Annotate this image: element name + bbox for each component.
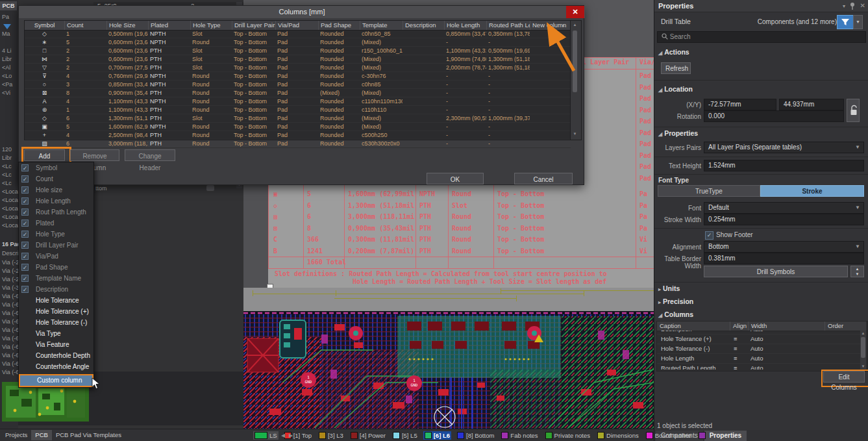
- changed-row[interactable]: ttom: [93, 184, 254, 193]
- table-row[interactable]: ⋈2 0,600mm (23,62miPTH SlotTop - Bottom …: [25, 55, 571, 64]
- via-row[interactable]: Via (-60: [0, 318, 18, 326]
- remove-column-button[interactable]: Remove Column: [70, 149, 119, 161]
- document-tab[interactable]: PCB: [31, 430, 52, 440]
- menu-item[interactable]: ✓ Custom column: [19, 374, 93, 387]
- layer-tab[interactable]: Fab notes: [500, 431, 539, 440]
- show-footer-checkbox[interactable]: ✓: [705, 231, 713, 240]
- via-row[interactable]: Via (-6r: [0, 301, 18, 309]
- list-item[interactable]: <Local: [0, 221, 18, 230]
- filter-funnel-icon[interactable]: [3, 24, 11, 29]
- align-icon[interactable]: ≡: [734, 344, 738, 353]
- layer-tab[interactable]: [5] L5: [391, 431, 419, 440]
- column-config-row[interactable]: Hole Tolerance (+) ≡ Auto: [657, 334, 861, 344]
- section-location[interactable]: ◢Location: [658, 85, 693, 93]
- section-units[interactable]: ▸Units: [658, 284, 680, 292]
- table-row[interactable]: ▣5 1,600mm (62,99miNPTH RoundTop - Botto…: [25, 123, 571, 131]
- list-item[interactable]: <Lo: [0, 72, 18, 81]
- list-item[interactable]: <Local: [0, 205, 18, 213]
- menu-item[interactable]: ✓ Via Feature: [19, 339, 93, 350]
- text-height-field[interactable]: 1.524mm: [704, 160, 864, 171]
- pcb-panel-tab[interactable]: PCB: [0, 1, 17, 10]
- columns-table-header[interactable]: Symbol Count Hole Size Plated Hole Type …: [25, 21, 571, 31]
- x-field[interactable]: -72.577mm: [704, 99, 776, 110]
- document-tab[interactable]: PCB Pad Via Templates: [52, 430, 125, 440]
- ok-button[interactable]: OK: [427, 173, 484, 184]
- menu-item[interactable]: ✓ Counterhole Angle: [19, 361, 93, 372]
- list-item[interactable]: Ma: [0, 30, 18, 38]
- layer-tab[interactable]: Board outline: [645, 431, 693, 440]
- menu-item[interactable]: ✓ Hole Tolerance (+): [19, 306, 93, 317]
- list-item[interactable]: <Lc: [0, 162, 18, 171]
- layer-tab[interactable]: [1] Top: [283, 431, 313, 440]
- dialog-close-button[interactable]: ✕: [566, 6, 584, 18]
- via-row[interactable]: Via (-62: [0, 351, 18, 360]
- list-item[interactable]: <Lc: [0, 171, 18, 179]
- align-icon[interactable]: ≡: [734, 331, 738, 334]
- filter-dropdown-button[interactable]: ▼: [853, 15, 863, 29]
- document-tab[interactable]: Projects: [1, 430, 31, 440]
- table-row[interactable]: ∗5 0,600mm (23,62miNPTH RoundTop - Botto…: [25, 38, 571, 47]
- menu-item[interactable]: ✓ Symbol: [19, 162, 93, 173]
- layers-pairs-dropdown[interactable]: All Layer Pairs (Separate tables)▼: [704, 142, 864, 153]
- cancel-button[interactable]: Cancel: [514, 173, 573, 184]
- table-row[interactable]: ◇1 0,500mm (19,69miNPTH SlotTop - Bottom…: [25, 30, 571, 38]
- align-icon[interactable]: ≡: [734, 364, 738, 370]
- list-item[interactable]: <Loca: [0, 188, 18, 196]
- list-item[interactable]: Libr: [0, 55, 18, 64]
- layer-tab[interactable]: Dimensions: [596, 431, 640, 440]
- menu-item[interactable]: ✓ Counterhole Depth: [19, 350, 93, 361]
- changed-checkbox[interactable]: [206, 185, 214, 191]
- stroke-width-field[interactable]: 0.254mm: [704, 214, 864, 225]
- via-row[interactable]: Via (-6r: [0, 292, 18, 301]
- column-config-row[interactable]: Routed Path Length ≡ Auto: [657, 364, 861, 370]
- layer-tab[interactable]: [3] L3: [317, 431, 345, 440]
- menu-item[interactable]: ✓ Description: [19, 284, 93, 295]
- via-row[interactable]: Via (-2: [0, 275, 18, 284]
- via-row[interactable]: Via (-62: [0, 360, 18, 368]
- table-row[interactable]: □2 0,600mm (23,62miPTH SlotTop - Bottom …: [25, 47, 571, 55]
- menu-item[interactable]: ✓ Hole Length: [19, 195, 93, 207]
- menu-item[interactable]: ✓ Rout Path Length: [19, 207, 93, 218]
- section-precision[interactable]: ▸Precision: [658, 297, 693, 305]
- lock-button[interactable]: [847, 99, 860, 122]
- section-properties[interactable]: ◢Properties: [658, 129, 698, 137]
- menu-item[interactable]: ✓ Via/Pad: [19, 251, 93, 262]
- align-icon[interactable]: ≡: [734, 354, 738, 363]
- menu-item[interactable]: ✓ Drill Layer Pair: [19, 240, 93, 251]
- list-item[interactable]: <Al: [0, 64, 18, 72]
- search-input[interactable]: Search: [657, 31, 866, 43]
- table-row[interactable]: ▽2 0,700mm (27,56miPTH SlotTop - Bottom …: [25, 64, 571, 72]
- truetype-option[interactable]: TrueType: [658, 185, 760, 197]
- via-row[interactable]: Via (-62: [0, 368, 18, 377]
- pcb-layout-image[interactable]: 1 GND 1 GND: [243, 311, 654, 429]
- list-item[interactable]: <Pa: [0, 81, 18, 89]
- menu-item[interactable]: ✓ Plated: [19, 218, 93, 229]
- menu-item[interactable]: ✓ Hole Tolerance: [19, 295, 93, 306]
- menu-item[interactable]: ✓ Count: [19, 173, 93, 184]
- list-item[interactable]: Pa: [0, 13, 18, 21]
- menu-item[interactable]: ✓ Template Name: [19, 273, 93, 284]
- section-actions[interactable]: ◢Actions: [658, 48, 689, 56]
- menu-item[interactable]: ✓ Hole size: [19, 184, 93, 195]
- list-item[interactable]: [0, 38, 18, 47]
- column-config-row[interactable]: Hole Length ≡ Auto: [657, 354, 861, 364]
- menu-item[interactable]: ✓ Hole Tolerance (-): [19, 317, 93, 328]
- column-config-row[interactable]: Hole Tolerance (-) ≡ Auto: [657, 344, 861, 354]
- layer-scroll-left-icon[interactable]: ◀: [280, 433, 286, 438]
- columns-config-scrollbar[interactable]: ▲ ▼: [860, 331, 866, 370]
- table-row[interactable]: ⊛1 1,100mm (43,31miPTH RoundTop - Bottom…: [25, 106, 571, 114]
- panel-close-icon[interactable]: ✕: [860, 0, 865, 12]
- list-item[interactable]: Libr: [0, 154, 18, 162]
- table-row[interactable]: ◇6 1,300mm (51,18miPTH SlotTop - Bottom …: [25, 114, 571, 123]
- pin-icon[interactable]: [849, 2, 856, 10]
- layer-tab[interactable]: LS: [253, 431, 279, 440]
- list-item[interactable]: 120: [0, 145, 18, 154]
- table-row[interactable]: ▨6 3,000mm (118,11mPTH RoundTop - Bottom…: [25, 140, 571, 148]
- via-row[interactable]: Via (-2: [0, 258, 18, 267]
- change-header-button[interactable]: Change Header: [125, 149, 175, 161]
- table-row[interactable]: ○3 0,850mm (33,47miNPTH RoundTop - Botto…: [25, 81, 571, 89]
- list-item[interactable]: <Lc: [0, 179, 18, 188]
- alignment-dropdown[interactable]: Bottom▼: [704, 241, 864, 253]
- layer-tab[interactable]: Private notes: [544, 431, 591, 440]
- menu-item[interactable]: ✓ Via Type: [19, 328, 93, 339]
